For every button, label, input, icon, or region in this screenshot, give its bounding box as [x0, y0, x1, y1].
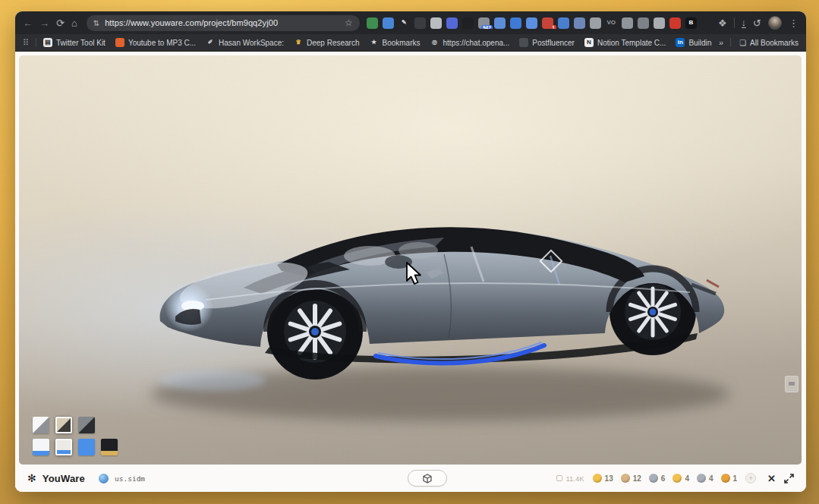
extensions-puzzle-icon[interactable]: ❖ [718, 18, 727, 28]
bookmark-favicon: ◎ [430, 38, 439, 47]
extensions-row: ✎ 9 [367, 17, 711, 29]
home-icon[interactable]: ⌂ [71, 18, 77, 28]
reaction-emoji [593, 474, 602, 483]
bookmarks-list: ▤ Twitter Tool Kit Youtube to MP3 C... ✐… [43, 38, 712, 47]
bookmark-item[interactable]: in Building in Public... [676, 38, 712, 47]
material-swatch[interactable] [55, 417, 72, 433]
extension-icon[interactable]: ✎ [398, 17, 410, 29]
downloads-icon[interactable]: ↓ [742, 17, 747, 28]
bookmark-item[interactable]: ◎ https://chat.opena... [430, 38, 510, 47]
reaction-emoji [697, 474, 706, 483]
browser-window: ← → ⟳ ⌂ ⇅ https://www.youware.com/projec… [15, 11, 806, 492]
reaction-chip[interactable]: 4 [697, 474, 713, 483]
bookmark-favicon: ▤ [43, 38, 52, 47]
bookmark-favicon [519, 38, 528, 47]
model-pill-button[interactable] [408, 470, 447, 487]
extension-icon[interactable] [430, 17, 442, 29]
material-swatch[interactable] [33, 417, 49, 433]
bookmark-item[interactable]: ▤ Twitter Tool Kit [43, 38, 106, 47]
youware-logo-icon[interactable]: ✻ [27, 472, 36, 484]
cube-icon [423, 474, 432, 484]
menu-kebab-icon[interactable]: ⋮ [789, 18, 799, 28]
bookmarks-divider [730, 38, 731, 47]
bookmark-star-icon[interactable]: ☆ [345, 17, 353, 28]
browser-toolbar: ← → ⟳ ⌂ ⇅ https://www.youware.com/projec… [15, 11, 806, 34]
close-icon[interactable]: ✕ [767, 473, 776, 484]
viewer-canvas[interactable] [19, 55, 802, 465]
extension-icon[interactable] [367, 17, 378, 29]
extension-icon[interactable] [558, 17, 569, 29]
extension-icon[interactable]: VO [606, 17, 617, 29]
extension-icon[interactable] [654, 17, 665, 29]
extension-icon[interactable] [669, 17, 681, 29]
footer-actions: 11.4K 13 12 6 [556, 473, 794, 484]
all-bookmarks-button[interactable]: ❏ All Bookmarks [739, 39, 799, 47]
canvas-side-button[interactable] [785, 376, 799, 392]
add-reaction-button[interactable]: + [745, 473, 756, 484]
reaction-chip[interactable]: 12 [621, 474, 641, 483]
reaction-chip[interactable]: 6 [649, 474, 666, 483]
scene-swatch[interactable] [33, 439, 49, 455]
bookmarks-bar: ⠿ ▤ Twitter Tool Kit Youtube to MP3 C...… [15, 34, 806, 52]
car-3d-model[interactable] [19, 55, 802, 465]
extension-icon[interactable] [494, 17, 506, 29]
bookmark-item[interactable]: ✐ Hasan WorkSpace: [206, 38, 284, 47]
extension-icon[interactable]: 1 [542, 17, 553, 29]
extension-icon[interactable]: 942 [478, 17, 490, 29]
reaction-emoji [673, 474, 682, 483]
reaction-emoji [721, 474, 730, 483]
bookmark-item[interactable]: ♛ Deep Research [294, 38, 359, 47]
brand-name[interactable]: YouWare [43, 473, 85, 484]
extension-icon[interactable] [638, 17, 649, 29]
bookmark-favicon: N [584, 38, 594, 47]
locale-globe-icon[interactable] [99, 474, 109, 484]
bookmark-item[interactable]: N Notion Template C... [584, 38, 666, 47]
reaction-chip[interactable]: 13 [593, 474, 613, 483]
fullscreen-icon[interactable] [784, 474, 794, 484]
bookmark-favicon: ✐ [206, 38, 215, 47]
bookmark-favicon [115, 38, 124, 47]
footer-brand-group: ✻ YouWare us.sidm [27, 472, 145, 484]
reactions-list: 13 12 6 4 [593, 474, 738, 483]
reaction-chip[interactable]: 4 [673, 474, 689, 483]
toolbar-divider [734, 17, 735, 28]
back-icon[interactable]: ← [23, 18, 33, 28]
extension-icon[interactable] [414, 17, 426, 29]
scene-swatch[interactable] [55, 439, 72, 455]
url-bar[interactable]: ⇅ https://www.youware.com/project/bm9qq2… [87, 15, 360, 31]
bookmarks-overflow-icon[interactable]: » [719, 38, 723, 47]
bookmark-item[interactable]: Youtube to MP3 C... [115, 38, 196, 47]
scene-swatches [33, 439, 118, 455]
extension-icon[interactable] [462, 17, 474, 29]
reaction-emoji [649, 474, 658, 483]
bookmark-item[interactable]: Postfluencer [519, 38, 575, 47]
reaction-chip[interactable]: 1 [721, 474, 738, 483]
locale-label[interactable]: us.sidm [115, 474, 145, 483]
history-icon[interactable]: ↺ [753, 18, 761, 28]
url-text[interactable]: https://www.youware.com/project/bm9qq2yj… [105, 18, 339, 27]
apps-grid-icon[interactable]: ⠿ [23, 38, 29, 48]
mouse-cursor [405, 262, 422, 285]
extension-icon[interactable]: B [685, 17, 697, 29]
extension-badge: 1 [550, 25, 556, 29]
extension-icon[interactable] [590, 17, 601, 29]
site-settings-icon[interactable]: ⇅ [93, 19, 99, 27]
scene-swatch[interactable] [78, 439, 95, 455]
views-counter: 11.4K [556, 474, 584, 483]
reload-icon[interactable]: ⟳ [56, 18, 65, 28]
profile-avatar[interactable] [768, 16, 782, 30]
bookmark-item[interactable]: ★ Bookmarks [370, 38, 421, 47]
swatch-panel [33, 417, 118, 455]
scene-swatch[interactable] [101, 439, 118, 455]
extension-icon[interactable] [383, 17, 394, 29]
extension-icon[interactable] [446, 17, 458, 29]
extension-icon[interactable] [510, 17, 521, 29]
extension-icon[interactable] [526, 17, 537, 29]
material-swatch[interactable] [78, 417, 95, 433]
folder-icon: ❏ [739, 39, 746, 47]
extension-icon[interactable] [574, 17, 585, 29]
extension-badge: 942 [481, 25, 493, 29]
extension-icon[interactable] [622, 17, 633, 29]
forward-icon[interactable]: → [39, 18, 49, 28]
desktop-background: ← → ⟳ ⌂ ⇅ https://www.youware.com/projec… [0, 0, 819, 504]
